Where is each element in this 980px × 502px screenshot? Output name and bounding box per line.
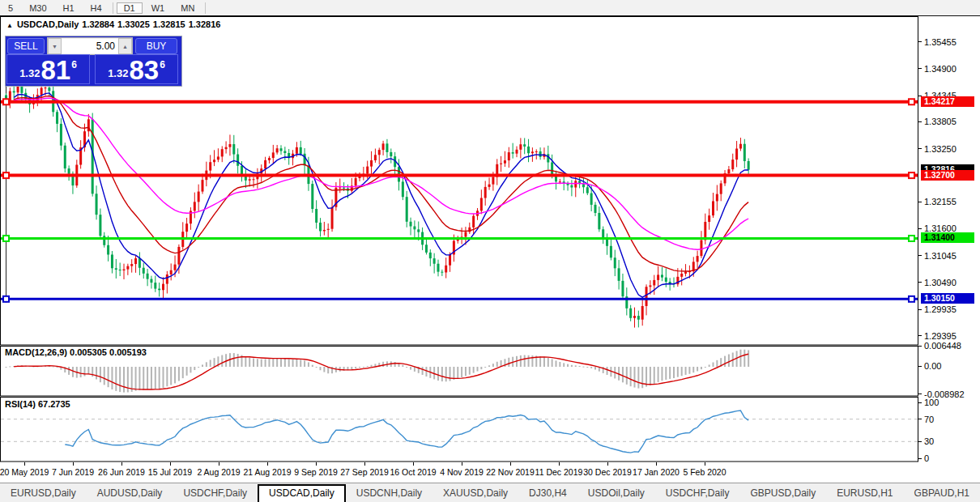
chart-tab-usdchf-daily[interactable]: USDCHF,Daily: [655, 485, 740, 501]
chart-tab-gbpaud-h1[interactable]: GBPAUD,H1: [904, 485, 980, 501]
price-tick-label: 1.29935: [924, 304, 979, 314]
date-tick-mark: [559, 462, 560, 466]
timeframe-button-5[interactable]: 5: [1, 2, 20, 14]
rsi-tick-mark: [918, 402, 922, 403]
buy-price-display[interactable]: 1.32 83 6: [95, 54, 178, 84]
chart-tab-usdchf-daily[interactable]: USDCHF,Daily: [173, 485, 258, 501]
timeframe-button-mn[interactable]: MN: [173, 2, 202, 14]
timeframe-button-w1[interactable]: W1: [144, 2, 173, 14]
buy-price-prefix: 1.32: [108, 67, 128, 79]
timeframe-button-m30[interactable]: M30: [22, 2, 53, 14]
chart-tab-eurusd-h1[interactable]: EURUSD,H1: [826, 485, 903, 501]
chart-tab-xauusd-daily[interactable]: XAUUSD,Daily: [432, 485, 518, 501]
sell-price-pip: 6: [71, 59, 77, 70]
chart-tab-usdcnh-daily[interactable]: USDCNH,Daily: [346, 485, 432, 501]
toolbar-separator: [205, 2, 206, 14]
macd-tick-mark: [918, 366, 922, 367]
date-tick-mark: [121, 462, 122, 466]
trading-terminal-window: 5M30H1H4D1W1MN ▲USDCAD,Daily1.328841.330…: [0, 0, 980, 502]
macd-tick-mark: [918, 346, 922, 347]
date-tick-mark: [607, 462, 608, 466]
chart-symbol-label: USDCAD,Daily: [17, 19, 79, 29]
collapse-panel-icon[interactable]: ▲: [6, 22, 13, 29]
price-tick-mark: [918, 335, 922, 336]
date-tick-mark: [705, 462, 705, 466]
price-tick-label: 1.30490: [924, 278, 979, 287]
volume-input[interactable]: 5.00: [62, 39, 118, 53]
date-tick-mark: [73, 462, 74, 466]
date-tick-mark: [413, 462, 414, 466]
date-tick-mark: [316, 462, 317, 466]
sell-button[interactable]: SELL: [7, 38, 45, 54]
buy-price-main: 83: [129, 57, 159, 83]
price-tick-label: 1.35455: [924, 37, 979, 47]
ohlc-close: 1.32816: [189, 19, 221, 29]
sell-price-display[interactable]: 1.32 81 6: [6, 54, 90, 84]
buy-price-pip: 6: [160, 59, 165, 70]
price-tick-mark: [918, 228, 922, 229]
triangle-up-icon: ▲: [122, 44, 128, 49]
price-tick-label: 1.31045: [924, 251, 979, 261]
hline-price-badge: 1.32700: [921, 170, 974, 181]
hline-price-badge: 1.31400: [921, 232, 974, 243]
hline-price-badge: 1.30150: [921, 293, 974, 304]
date-tick-mark: [510, 462, 511, 466]
price-tick-mark: [918, 255, 922, 256]
macd-label: MACD(12,26,9) 0.005305 0.005193: [5, 347, 147, 357]
price-tick-mark: [918, 41, 922, 42]
date-axis: 20 May 20197 Jun 201926 Jun 201915 Jul 2…: [0, 462, 980, 483]
ohlc-open: 1.32884: [82, 19, 114, 29]
rsi-tick-label: 70: [924, 415, 979, 424]
sell-price-main: 81: [40, 57, 70, 83]
rsi-tick-mark: [918, 458, 922, 459]
buy-button[interactable]: BUY: [135, 38, 177, 54]
macd-tick-label: 0.00: [924, 361, 979, 371]
price-tick-label: 1.33250: [924, 144, 979, 154]
rsi-tick-mark: [918, 419, 922, 419]
date-tick-mark: [364, 462, 365, 466]
ohlc-high: 1.33025: [117, 19, 150, 29]
chart-tab-usdcad-daily[interactable]: USDCAD,Daily: [258, 484, 346, 502]
date-tick-mark: [267, 462, 268, 466]
volume-stepper: ▼ 5.00 ▲: [47, 37, 133, 55]
volume-decrease-button[interactable]: ▼: [48, 38, 62, 54]
macd-tick-label: 0.006448: [924, 341, 979, 351]
chart-tab-bar: EURUSD,DailyAUDUSD,DailyUSDCHF,DailyUSDC…: [0, 483, 980, 502]
chart-tab-dj30-h4[interactable]: DJ30,H4: [518, 485, 577, 501]
date-tick-label: 5 Feb 2020: [668, 467, 741, 477]
date-tick-mark: [656, 462, 657, 466]
rsi-tick-mark: [918, 441, 922, 442]
date-tick-mark: [219, 462, 219, 466]
rsi-indicator-pane[interactable]: [0, 397, 980, 462]
toolbar-separator: [113, 2, 113, 14]
chart-tab-usdoil-daily[interactable]: USDOil,Daily: [577, 485, 655, 501]
price-tick-mark: [918, 309, 922, 310]
timeframe-button-h1[interactable]: H1: [56, 2, 82, 14]
price-tick-mark: [918, 282, 922, 283]
price-tick-label: 1.29395: [924, 331, 979, 341]
date-tick-mark: [24, 462, 25, 466]
macd-indicator-pane[interactable]: [0, 346, 980, 397]
hline-price-badge: 1.34217: [921, 96, 974, 107]
timeframe-button-h4[interactable]: H4: [83, 2, 109, 14]
triangle-down-icon: ▼: [52, 44, 58, 49]
date-tick-mark: [462, 462, 462, 466]
chart-tab-gbpusd-daily[interactable]: GBPUSD,Daily: [740, 485, 827, 501]
price-tick-label: 1.33805: [924, 117, 979, 126]
rsi-tick-label: 100: [924, 398, 979, 407]
timeframe-toolbar: 5M30H1H4D1W1MN: [0, 0, 980, 16]
timeframe-button-d1[interactable]: D1: [117, 2, 143, 14]
price-tick-mark: [918, 202, 922, 202]
price-tick-mark: [918, 121, 922, 122]
chart-tab-audusd-daily[interactable]: AUDUSD,Daily: [87, 485, 173, 501]
price-tick-mark: [918, 68, 922, 69]
price-tick-label: 1.34900: [924, 64, 979, 74]
chart-tab-eurusd-daily[interactable]: EURUSD,Daily: [0, 485, 87, 501]
volume-increase-button[interactable]: ▲: [118, 38, 132, 54]
chart-title: ▲USDCAD,Daily1.328841.330251.328151.3281…: [6, 19, 224, 29]
macd-tick-mark: [918, 394, 922, 394]
price-tick-mark: [918, 148, 922, 149]
rsi-tick-label: 30: [924, 436, 979, 446]
price-tick-label: 1.32155: [924, 197, 979, 206]
rsi-label: RSI(14) 67.2735: [5, 399, 70, 409]
